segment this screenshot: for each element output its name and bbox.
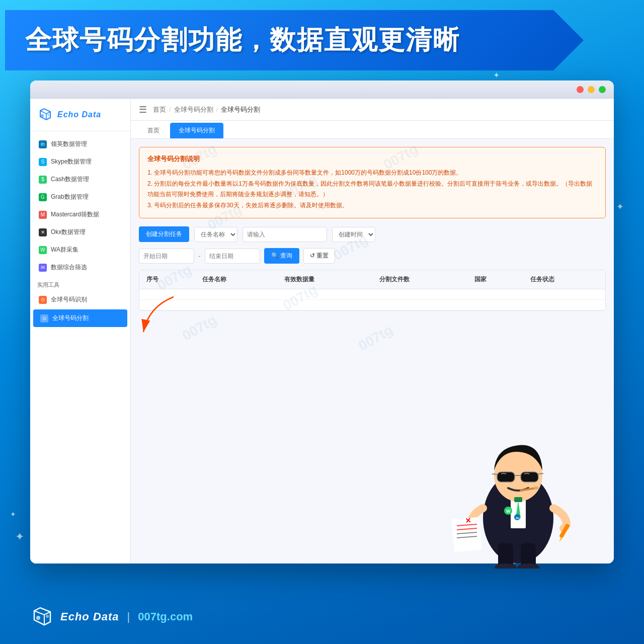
main-content: ☰ 首页 / 全球号码分割 / 全球号码分割 首页 全球号码分割	[131, 99, 614, 564]
sidebar-menu: in 领英数据管理 S Skype数据管理 $ Cash数据管理 G Grab数…	[30, 131, 130, 332]
logo-icon	[37, 107, 53, 123]
sidebar-item-linkedin-label: 领英数据管理	[51, 140, 87, 148]
sidebar-item-mastercard[interactable]: M Mastercard筛数据	[30, 206, 130, 223]
date-separator: -	[198, 252, 201, 260]
close-button[interactable]	[577, 86, 584, 93]
svg-point-3	[36, 616, 40, 620]
col-valid-data: 有效数据量	[277, 270, 372, 289]
breadcrumb-section: 全球号码分割	[174, 105, 213, 114]
window-controls	[577, 86, 606, 93]
number-split-icon: ⊙	[40, 314, 48, 323]
sidebar-item-mastercard-label: Mastercard筛数据	[51, 210, 99, 219]
footer-logo-text: Echo Data	[60, 610, 119, 623]
col-task-status: 任务状态	[523, 270, 605, 289]
data-table-container: 序号 任务名称 有效数据量 分割文件数 国家 任务状态	[139, 270, 606, 311]
mastercard-icon: M	[39, 211, 47, 219]
sidebar-item-filter-label: 数据综合筛选	[51, 263, 87, 272]
content-area: 007tg 007tg 007tg 007tg 007tg 007tg 007t…	[131, 139, 614, 564]
col-index: 序号	[139, 270, 195, 289]
tab-home[interactable]: 首页	[139, 123, 168, 138]
sidebar-item-number-id-label: 全球号码识别	[51, 295, 87, 304]
table-header-row: 序号 任务名称 有效数据量 分割文件数 国家 任务状态	[139, 270, 605, 289]
table-body	[139, 289, 605, 310]
sidebar-item-number-id[interactable]: ⊙ 全球号码识别	[30, 291, 130, 308]
notice-point-1: 1. 全球号码分割功能可将您的号码数据文件分割成多份同等数量文件，如1000万的…	[147, 168, 597, 179]
task-name-select[interactable]: 任务名称	[194, 227, 237, 242]
tab-number-split[interactable]: 全球号码分割	[170, 123, 223, 138]
sidebar-item-skype-label: Skype数据管理	[51, 157, 92, 166]
notice-point-2: 2. 分割后的每份文件最小数量将以1万条号码数据作为保底数量，因此分割文件数将同…	[147, 179, 597, 200]
notice-box: 全球号码分割说明 1. 全球号码分割功能可将您的号码数据文件分割成多份同等数量文…	[139, 147, 606, 218]
notice-title: 全球号码分割说明	[147, 154, 597, 164]
number-id-icon: ⊙	[39, 296, 47, 304]
minimize-button[interactable]	[588, 86, 595, 93]
svg-point-4	[46, 615, 49, 618]
main-window: Echo Data in 领英数据管理 S Skype数据管理 $ Cash数据…	[30, 80, 614, 564]
okx-icon: ✕	[39, 228, 47, 236]
app-layout: Echo Data in 领英数据管理 S Skype数据管理 $ Cash数据…	[30, 99, 614, 564]
create-time-select[interactable]: 创建时间	[332, 227, 375, 242]
reset-button[interactable]: ↺ 重置	[303, 248, 335, 264]
sidebar-item-wa-label: WA群采集	[51, 246, 78, 254]
cash-icon: $	[39, 176, 47, 184]
create-task-button[interactable]: 创建分割任务	[139, 226, 189, 242]
notice-point-3: 3. 号码分割后的任务最多保存30天，失效后将逐步删除。请及时使用数据。	[147, 200, 597, 211]
breadcrumb-home: 首页	[153, 105, 166, 114]
col-split-files: 分割文件数	[372, 270, 467, 289]
sidebar-item-filter[interactable]: ✉ 数据综合筛选	[30, 259, 130, 276]
banner-title: 全球号码分割功能，数据直观更清晰	[25, 23, 460, 58]
task-name-input[interactable]	[243, 227, 327, 242]
col-country: 国家	[467, 270, 523, 289]
filter-row-1: 创建分割任务 任务名称 创建时间	[139, 226, 606, 242]
maximize-button[interactable]	[599, 86, 606, 93]
svg-point-0	[41, 114, 44, 117]
end-date-input[interactable]	[205, 249, 260, 264]
sidebar-item-number-split[interactable]: ⊙ 全球号码分割	[33, 309, 127, 327]
grab-icon: G	[39, 193, 47, 201]
top-nav: ☰ 首页 / 全球号码分割 / 全球号码分割	[131, 99, 614, 121]
sidebar-logo-text: Echo Data	[57, 110, 101, 119]
tab-bar: 首页 全球号码分割	[131, 121, 614, 139]
notice-content: 1. 全球号码分割功能可将您的号码数据文件分割成多份同等数量文件，如1000万的…	[147, 168, 597, 211]
wa-icon: W	[39, 246, 47, 254]
footer-divider: |	[127, 610, 130, 623]
breadcrumb: 首页 / 全球号码分割 / 全球号码分割	[153, 105, 260, 114]
footer-logo-area: Echo Data	[30, 605, 119, 629]
search-button[interactable]: 🔍 查询	[264, 248, 299, 264]
sidebar-item-cash-label: Cash数据管理	[51, 175, 89, 184]
sidebar: Echo Data in 领英数据管理 S Skype数据管理 $ Cash数据…	[30, 99, 131, 564]
sidebar-item-okx[interactable]: ✕ Okx数据管理	[30, 223, 130, 241]
sidebar-logo: Echo Data	[30, 99, 130, 131]
breadcrumb-sep-2: /	[216, 106, 218, 113]
footer-url: 007tg.com	[138, 610, 193, 623]
footer-logo-icon	[30, 605, 54, 629]
sidebar-item-okx-label: Okx数据管理	[51, 228, 86, 236]
banner-arrow: 全球号码分割功能，数据直观更清晰	[5, 10, 584, 70]
sidebar-item-wa[interactable]: W WA群采集	[30, 241, 130, 259]
title-bar	[30, 80, 614, 99]
page-footer: Echo Data | 007tg.com	[30, 605, 614, 629]
breadcrumb-sep-1: /	[169, 106, 171, 113]
col-task-name: 任务名称	[195, 270, 277, 289]
breadcrumb-current: 全球号码分割	[221, 105, 260, 114]
sidebar-item-grab[interactable]: G Grab数据管理	[30, 188, 130, 206]
sidebar-item-skype[interactable]: S Skype数据管理	[30, 153, 130, 171]
start-date-input[interactable]	[139, 249, 194, 264]
linkedin-icon: in	[39, 140, 47, 148]
table-row	[139, 300, 605, 310]
table-row	[139, 289, 605, 300]
filter-row-2: - 🔍 查询 ↺ 重置	[139, 248, 606, 264]
filter-icon: ✉	[39, 264, 47, 272]
hamburger-icon[interactable]: ☰	[139, 104, 147, 115]
sidebar-item-cash[interactable]: $ Cash数据管理	[30, 171, 130, 188]
skype-icon: S	[39, 158, 47, 166]
sidebar-item-number-split-label: 全球号码分割	[52, 314, 89, 323]
svg-point-1	[47, 114, 49, 116]
search-icon: 🔍	[271, 252, 279, 259]
sidebar-item-grab-label: Grab数据管理	[51, 193, 89, 201]
tools-section-label: 实用工具	[30, 276, 130, 291]
reset-icon: ↺	[310, 252, 315, 259]
sidebar-item-linkedin[interactable]: in 领英数据管理	[30, 135, 130, 153]
data-table: 序号 任务名称 有效数据量 分割文件数 国家 任务状态	[139, 270, 605, 310]
